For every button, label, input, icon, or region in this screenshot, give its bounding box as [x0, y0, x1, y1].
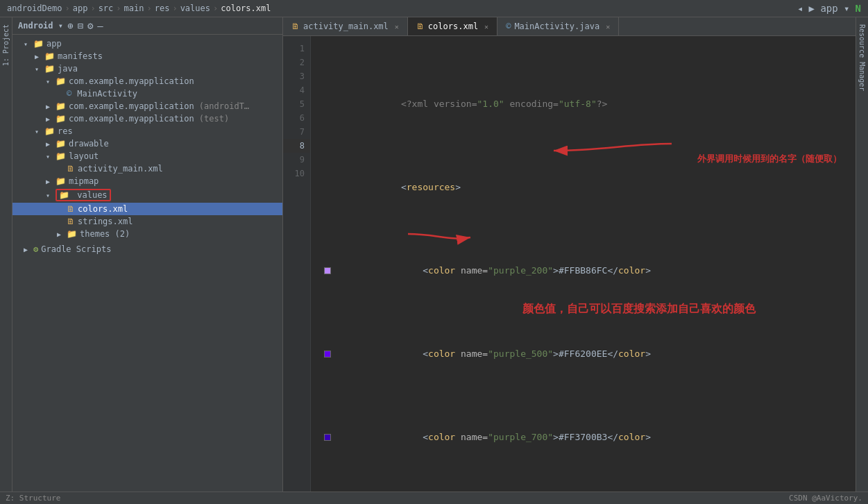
next-label[interactable]: N [856, 3, 861, 14]
breadcrumb-part-0[interactable]: androidDemo [7, 3, 62, 13]
tab-colors-xml[interactable]: 🗎 colors.xml ✕ [408, 17, 497, 35]
ln-8: 8 [283, 139, 310, 153]
breadcrumb-part-4[interactable]: res [155, 3, 170, 13]
sidebar: Android ▾ ⊕ ⊟ ⚙ — ▾ 📁 app ▶ 📁 manifests [12, 17, 283, 492]
right-tabs-panel: Resource Manager [856, 17, 868, 492]
tree-item-res[interactable]: ▾ 📁 res [12, 125, 282, 137]
ln-9: 9 [283, 153, 310, 167]
tree-item-activity-main-xml[interactable]: 🗎 activity_main.xml [12, 162, 282, 175]
sep-4: › [172, 3, 177, 13]
breadcrumb-bar: androidDemo › app › src › main › res › v… [0, 0, 868, 17]
resource-manager-tab[interactable]: Resource Manager [857, 20, 867, 95]
csdn-watermark: CSDN @AaVictory. [789, 494, 862, 503]
code-line-4: <color name="purple_500">#FF6200EE</colo… [322, 333, 844, 375]
sep-2: › [116, 3, 121, 13]
ln-5: 5 [283, 97, 310, 111]
code-line-5: <color name="purple_700">#FF3700B3</colo… [322, 417, 844, 458]
ln-7: 7 [283, 125, 310, 139]
sidebar-icon-add[interactable]: ⊕ [67, 20, 73, 31]
close-main-activity-tab[interactable]: ✕ [606, 23, 610, 31]
tree-item-app[interactable]: ▾ 📁 app [12, 37, 282, 50]
sidebar-icon-sync[interactable]: ⊟ [77, 20, 83, 31]
tab-activity-main-xml[interactable]: 🗎 activity_main.xml ✕ [283, 17, 408, 35]
breadcrumb-part-1[interactable]: app [73, 3, 88, 13]
tree-item-layout[interactable]: ▾ 📁 layout [12, 150, 282, 162]
ln-1: 1 [283, 42, 310, 56]
breadcrumb-part-3[interactable]: main [124, 3, 144, 13]
tab-bar: 🗎 activity_main.xml ✕ 🗎 colors.xml ✕ © M… [283, 17, 856, 36]
tree-item-com-example-1[interactable]: ▾ 📁 com.example.myapplication [12, 75, 282, 87]
left-tabs-panel: 1: Project [0, 17, 12, 492]
tree-item-values[interactable]: ▾ 📁 values [12, 187, 282, 203]
sep-0: › [65, 3, 69, 13]
close-colors-tab[interactable]: ✕ [484, 23, 488, 31]
tree-item-themes[interactable]: ▶ 📁 themes (2) [12, 228, 282, 240]
sidebar-header: Android ▾ ⊕ ⊟ ⚙ — [12, 17, 282, 35]
breadcrumb-part-2[interactable]: src [99, 3, 114, 13]
code-line-2: <resources> [322, 167, 844, 208]
code-line-1: <?xml version="1.0" encoding="utf-8"?> [322, 83, 844, 125]
ln-6: 6 [283, 111, 310, 125]
tree-item-manifests[interactable]: ▶ 📁 manifests [12, 50, 282, 62]
android-dropdown[interactable]: Android ▾ [18, 21, 63, 31]
back-icon[interactable]: ◂ [797, 3, 803, 14]
editor: 1 2 3 4 5 6 7 8 9 10 <?xml version="1.0"… [283, 36, 856, 492]
ln-2: 2 [283, 56, 310, 69]
breadcrumb-part-6: colors.xml [221, 3, 271, 13]
sidebar-icon-settings[interactable]: ⚙ [87, 20, 93, 31]
sidebar-tree: ▾ 📁 app ▶ 📁 manifests ▾ 📁 java ▾ [12, 35, 282, 492]
code-area[interactable]: <?xml version="1.0" encoding="utf-8"?> <… [311, 36, 856, 492]
ln-10: 10 [283, 167, 310, 180]
structure-tab-label[interactable]: Z: Structure [6, 494, 60, 503]
ln-3: 3 [283, 69, 310, 83]
tree-item-colors-xml[interactable]: 🗎 colors.xml [12, 203, 282, 215]
sidebar-icon-minimize[interactable]: — [97, 20, 103, 31]
close-activity-main-tab[interactable]: ✕ [395, 23, 399, 31]
app-run-label[interactable]: ▶ app ▾ [809, 3, 850, 14]
tree-item-drawable[interactable]: ▶ 📁 drawable [12, 137, 282, 150]
tree-item-gradle-scripts[interactable]: ▶ ⚙ Gradle Scripts [12, 243, 282, 255]
main-layout: 1: Project Android ▾ ⊕ ⊟ ⚙ — ▾ 📁 app [0, 17, 868, 492]
tree-item-strings-xml[interactable]: 🗎 strings.xml [12, 215, 282, 228]
project-tab[interactable]: 1: Project [1, 20, 11, 70]
sep-3: › [146, 3, 151, 13]
tree-item-com-example-2[interactable]: ▶ 📁 com.example.myapplication (androidT… [12, 100, 282, 112]
tab-main-activity-java[interactable]: © MainActivity.java ✕ [497, 17, 619, 35]
content-area: 🗎 activity_main.xml ✕ 🗎 colors.xml ✕ © M… [283, 17, 856, 492]
tree-item-java[interactable]: ▾ 📁 java [12, 62, 282, 75]
sep-1: › [90, 3, 95, 13]
sep-5: › [213, 3, 218, 13]
ln-4: 4 [283, 83, 310, 97]
bottom-bar: Z: Structure CSDN @AaVictory. [0, 492, 868, 504]
code-line-3: <color name="purple_200">#FFBB86FC</colo… [322, 250, 844, 292]
breadcrumb-icons: ◂ ▶ app ▾ N [797, 3, 861, 14]
breadcrumb-part-5[interactable]: values [180, 3, 210, 13]
tree-item-mipmap[interactable]: ▶ 📁 mipmap [12, 175, 282, 187]
line-numbers: 1 2 3 4 5 6 7 8 9 10 [283, 36, 311, 492]
tree-item-main-activity[interactable]: © MainActivity [12, 87, 282, 100]
tree-item-com-example-3[interactable]: ▶ 📁 com.example.myapplication (test) [12, 112, 282, 125]
